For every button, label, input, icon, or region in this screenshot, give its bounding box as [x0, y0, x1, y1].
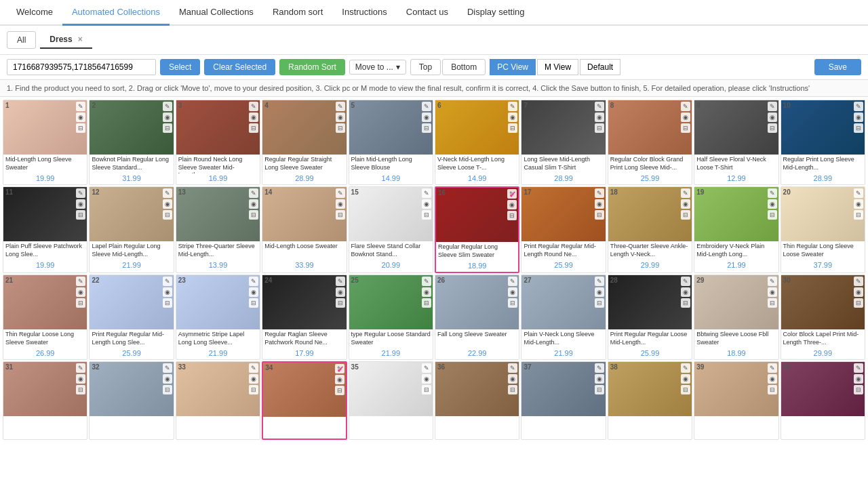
- top-button[interactable]: Top: [410, 59, 441, 75]
- eye-icon-29[interactable]: ◉: [768, 287, 777, 297]
- product-card-40[interactable]: 40 ✎ ◉ ⊟: [781, 361, 865, 440]
- delete-icon-27[interactable]: ⊟: [595, 298, 604, 308]
- random-sort-button[interactable]: Random Sort: [279, 59, 345, 75]
- product-card-2[interactable]: 2 ✎ ◉ ⊟ Bowknot Plain Regular Long Sleev…: [89, 100, 174, 185]
- eye-icon-25[interactable]: ◉: [422, 287, 431, 297]
- edit-icon-38[interactable]: ✎: [681, 363, 690, 373]
- delete-icon-3[interactable]: ⊟: [249, 123, 258, 133]
- bottom-button[interactable]: Bottom: [442, 59, 486, 75]
- edit-icon-7[interactable]: ✎: [595, 102, 604, 111]
- delete-icon-1[interactable]: ⊟: [76, 123, 85, 133]
- save-button[interactable]: Save: [814, 59, 861, 75]
- product-card-4[interactable]: 4 ✎ ◉ ⊟ Regular Regular Straight Long Sl…: [262, 100, 347, 185]
- delete-icon-6[interactable]: ⊟: [508, 123, 517, 133]
- delete-icon-4[interactable]: ⊟: [336, 123, 345, 133]
- delete-icon-12[interactable]: ⊟: [163, 210, 172, 220]
- delete-icon-5[interactable]: ⊟: [422, 123, 431, 133]
- delete-icon-16[interactable]: ⊟: [507, 211, 517, 220]
- delete-icon-2[interactable]: ⊟: [163, 123, 172, 133]
- move-to-dropdown[interactable]: Move to ... ▾: [349, 60, 406, 75]
- edit-icon-18[interactable]: ✎: [681, 188, 690, 198]
- edit-icon-21[interactable]: ✎: [76, 277, 85, 286]
- edit-icon-23[interactable]: ✎: [249, 277, 258, 286]
- eye-icon-30[interactable]: ◉: [854, 287, 863, 297]
- product-card-20[interactable]: 20 ✎ ◉ ⊟ Thin Regular Long Sleeve Loose …: [781, 186, 865, 273]
- edit-icon-3[interactable]: ✎: [249, 102, 258, 111]
- edit-icon-14[interactable]: ✎: [336, 188, 345, 198]
- edit-icon-32[interactable]: ✎: [163, 363, 172, 373]
- product-card-21[interactable]: 21 ✎ ◉ ⊟ Thin Regular Loose Long Sleeve …: [3, 274, 87, 360]
- edit-icon-27[interactable]: ✎: [595, 277, 604, 286]
- delete-icon-10[interactable]: ⊟: [854, 123, 863, 133]
- edit-icon-25[interactable]: ✎: [422, 277, 431, 286]
- edit-icon-13[interactable]: ✎: [249, 188, 258, 198]
- nav-manual[interactable]: Manual Collections: [170, 0, 263, 26]
- delete-icon-35[interactable]: ⊟: [422, 385, 431, 394]
- edit-icon-19[interactable]: ✎: [768, 188, 777, 198]
- delete-icon-14[interactable]: ⊟: [336, 210, 345, 220]
- product-card-11[interactable]: 11 ✎ ◉ ⊟ Plain Puff Sleeve Patchwork Lon…: [3, 186, 87, 273]
- eye-icon-15[interactable]: ◉: [422, 199, 431, 209]
- nav-automated[interactable]: Automated Collections: [62, 0, 170, 26]
- eye-icon-40[interactable]: ◉: [854, 374, 863, 384]
- product-card-39[interactable]: 39 ✎ ◉ ⊟: [694, 361, 778, 440]
- default-button[interactable]: Default: [580, 59, 620, 75]
- delete-icon-8[interactable]: ⊟: [681, 123, 690, 133]
- product-card-6[interactable]: 6 ✎ ◉ ⊟ V-Neck Mid-Length Long Sleeve Lo…: [435, 100, 519, 185]
- eye-icon-3[interactable]: ◉: [249, 113, 258, 122]
- eye-icon-16[interactable]: ◉: [507, 200, 517, 209]
- product-card-15[interactable]: 15 ✎ ◉ ⊟ Flare Sleeve Stand Collar Bowkn…: [349, 186, 433, 273]
- delete-icon-32[interactable]: ⊟: [163, 385, 172, 394]
- eye-icon-28[interactable]: ◉: [681, 287, 690, 297]
- eye-icon-32[interactable]: ◉: [163, 374, 172, 384]
- id-input[interactable]: [7, 59, 156, 75]
- eye-icon-33[interactable]: ◉: [249, 374, 258, 384]
- eye-icon-11[interactable]: ◉: [76, 199, 85, 209]
- delete-icon-21[interactable]: ⊟: [76, 298, 85, 308]
- edit-icon-17[interactable]: ✎: [595, 188, 604, 198]
- delete-icon-34[interactable]: ⊟: [335, 386, 344, 395]
- eye-icon-10[interactable]: ◉: [854, 113, 863, 122]
- tab-all[interactable]: All: [7, 31, 36, 49]
- delete-icon-24[interactable]: ⊟: [336, 298, 345, 308]
- nav-random[interactable]: Random sort: [263, 0, 332, 26]
- product-card-32[interactable]: 32 ✎ ◉ ⊟: [89, 361, 174, 440]
- delete-icon-17[interactable]: ⊟: [595, 210, 604, 220]
- delete-icon-11[interactable]: ⊟: [76, 210, 85, 220]
- eye-icon-31[interactable]: ◉: [76, 374, 85, 384]
- edit-icon-29[interactable]: ✎: [768, 277, 777, 286]
- product-card-1[interactable]: 1 ✎ ◉ ⊟ Mid-Length Long Sleeve Sweater 1…: [3, 100, 87, 185]
- edit-icon-24[interactable]: ✎: [336, 277, 345, 286]
- eye-icon-13[interactable]: ◉: [249, 199, 258, 209]
- eye-icon-19[interactable]: ◉: [768, 199, 777, 209]
- edit-icon-5[interactable]: ✎: [422, 102, 431, 111]
- nav-display[interactable]: Display setting: [458, 0, 534, 26]
- edit-icon-35[interactable]: ✎: [422, 363, 431, 373]
- eye-icon-21[interactable]: ◉: [76, 287, 85, 297]
- eye-icon-35[interactable]: ◉: [422, 374, 431, 384]
- product-card-30[interactable]: 30 ✎ ◉ ⊟ Color Block Lapel Print Mid-Len…: [781, 274, 865, 360]
- edit-icon-20[interactable]: ✎: [854, 188, 863, 198]
- product-card-10[interactable]: 10 ✎ ◉ ⊟ Regular Print Long Sleeve Mid-L…: [781, 100, 865, 185]
- edit-icon-33[interactable]: ✎: [249, 363, 258, 373]
- eye-icon-1[interactable]: ◉: [76, 113, 85, 122]
- delete-icon-31[interactable]: ⊟: [76, 385, 85, 394]
- eye-icon-23[interactable]: ◉: [249, 287, 258, 297]
- delete-icon-29[interactable]: ⊟: [768, 298, 777, 308]
- eye-icon-26[interactable]: ◉: [508, 287, 517, 297]
- product-card-5[interactable]: 5 ✎ ◉ ⊟ Plain Mid-Length Long Sleeve Blo…: [349, 100, 433, 185]
- eye-icon-39[interactable]: ◉: [768, 374, 777, 384]
- delete-icon-26[interactable]: ⊟: [508, 298, 517, 308]
- delete-icon-40[interactable]: ⊟: [854, 385, 863, 394]
- product-card-9[interactable]: 9 ✎ ◉ ⊟ Half Sleeve Floral V-Neck Loose …: [694, 100, 778, 185]
- delete-icon-13[interactable]: ⊟: [249, 210, 258, 220]
- delete-icon-20[interactable]: ⊟: [854, 210, 863, 220]
- delete-icon-25[interactable]: ⊟: [422, 298, 431, 308]
- edit-icon-11[interactable]: ✎: [76, 188, 85, 198]
- eye-icon-7[interactable]: ◉: [595, 113, 604, 122]
- tab-dress-close[interactable]: ×: [78, 35, 83, 44]
- edit-icon-4[interactable]: ✎: [336, 102, 345, 111]
- eye-icon-38[interactable]: ◉: [681, 374, 690, 384]
- delete-icon-30[interactable]: ⊟: [854, 298, 863, 308]
- edit-icon-2[interactable]: ✎: [163, 102, 172, 111]
